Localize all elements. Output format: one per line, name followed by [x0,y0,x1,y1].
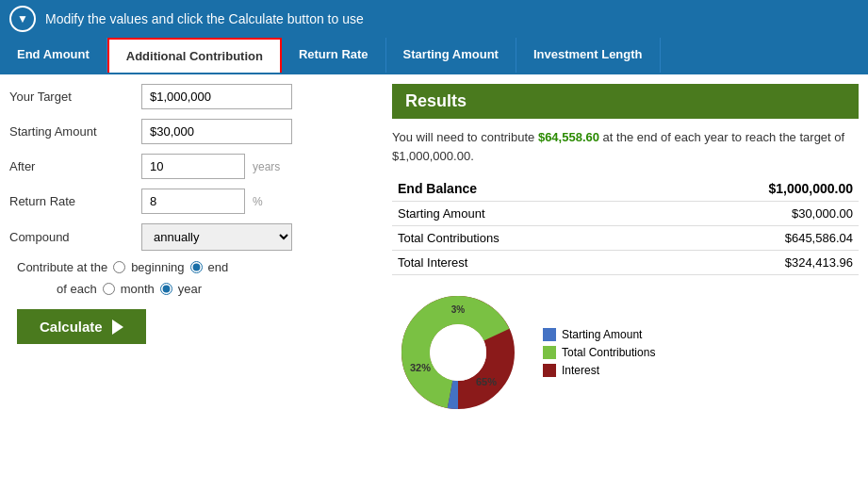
of-each-label: of each [57,282,97,296]
legend-label: Starting Amount [562,328,642,341]
row-value: $324,413.96 [645,251,859,275]
donut-chart: 3% 65% 32% [392,287,524,418]
after-label: After [9,159,141,173]
row-value: $1,000,000.00 [645,176,859,202]
row-label: Total Interest [392,251,645,275]
end-label: end [208,260,229,274]
row-label: End Balance [392,176,645,202]
right-panel: Results You will need to contribute $64,… [392,84,859,418]
svg-text:3%: 3% [451,304,466,315]
row-label: Total Contributions [392,226,645,251]
legend-item: Interest [543,364,655,377]
row-value: $645,586.04 [645,226,859,251]
compound-select[interactable]: annuallymonthlydaily [141,223,292,251]
legend-color [543,346,556,359]
legend-item: Total Contributions [543,346,655,359]
month-label: month [121,282,155,296]
table-row: Starting Amount$30,000.00 [392,202,859,226]
tab-return-rate[interactable]: Return Rate [282,38,386,73]
highlight-value: $64,558.60 [538,130,599,144]
svg-text:32%: 32% [410,362,431,373]
contribute-label: Contribute at the [17,260,107,274]
svg-text:65%: 65% [476,376,497,387]
after-input[interactable] [141,154,245,179]
legend-color [543,364,556,377]
legend-label: Total Contributions [562,346,655,359]
contribute-period-row: of each month year [9,282,377,296]
starting-amount-label: Starting Amount [9,124,141,139]
years-suffix: years [253,160,280,173]
legend: Starting AmountTotal ContributionsIntere… [543,328,655,377]
tab-bar: End AmountAdditional ContributionReturn … [0,38,868,74]
your-target-label: Your Target [9,90,141,104]
tab-end-amount[interactable]: End Amount [0,38,107,73]
percent-suffix: % [253,195,263,208]
desc-prefix: You will need to contribute [392,130,538,144]
year-radio[interactable] [160,283,172,295]
beginning-radio[interactable] [113,261,125,273]
chart-section: 3% 65% 32% Starting AmountTotal Contribu… [392,287,859,418]
tab-investment-length[interactable]: Investment Length [516,38,661,73]
legend-item: Starting Amount [543,328,655,341]
table-row: End Balance$1,000,000.00 [392,176,859,202]
results-table: End Balance$1,000,000.00Starting Amount$… [392,176,859,275]
return-rate-label: Return Rate [9,194,141,208]
top-bar: ▼ Modify the values and click the Calcul… [0,0,868,38]
left-panel: Your Target Starting Amount After years … [9,84,377,418]
contribute-timing-row: Contribute at the beginning end [9,260,377,274]
legend-color [543,328,556,341]
row-value: $30,000.00 [645,202,859,226]
table-row: Total Contributions$645,586.04 [392,226,859,251]
svg-point-3 [430,324,486,381]
starting-amount-input[interactable] [141,119,292,144]
tab-additional-contribution[interactable]: Additional Contribution [107,38,282,73]
legend-label: Interest [562,364,599,377]
year-label: year [178,282,202,296]
beginning-label: beginning [131,260,184,274]
return-rate-input[interactable] [141,189,245,214]
row-label: Starting Amount [392,202,645,226]
top-bar-text: Modify the values and click the Calculat… [45,11,364,26]
tab-starting-amount[interactable]: Starting Amount [386,38,516,73]
month-radio[interactable] [103,283,115,295]
calculate-button[interactable]: Calculate [17,309,146,344]
compound-label: Compound [9,230,141,244]
end-radio[interactable] [190,261,203,273]
dropdown-icon[interactable]: ▼ [9,6,36,32]
table-row: Total Interest$324,413.96 [392,251,859,275]
play-icon [112,320,123,335]
your-target-input[interactable] [141,84,292,109]
results-description: You will need to contribute $64,558.60 a… [392,128,859,165]
results-header: Results [392,84,859,119]
calculate-label: Calculate [40,319,103,335]
